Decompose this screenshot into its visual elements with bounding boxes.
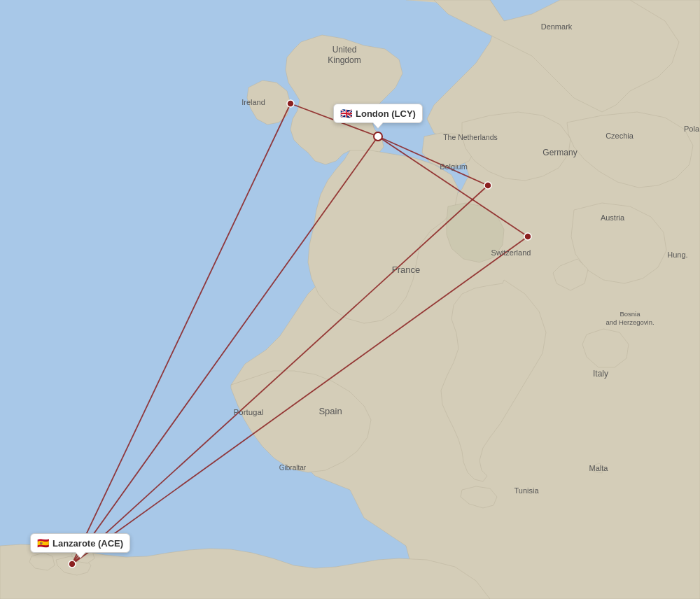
lanzarote-airport-text: Lanzarote (ACE)	[52, 538, 123, 549]
svg-text:Bosnia: Bosnia	[620, 310, 640, 318]
svg-text:United: United	[332, 45, 357, 55]
spain-flag-icon: 🇪🇸	[37, 537, 49, 549]
svg-point-11	[374, 132, 382, 141]
svg-text:Belgium: Belgium	[440, 162, 468, 171]
svg-text:Malta: Malta	[589, 464, 609, 472]
svg-point-9	[484, 182, 491, 189]
london-airport-label[interactable]: 🇬🇧 London (LCY)	[333, 104, 423, 123]
svg-text:France: France	[392, 265, 420, 275]
svg-text:Italy: Italy	[593, 369, 608, 379]
svg-point-12	[69, 561, 76, 568]
svg-text:and Herzegovin.: and Herzegovin.	[606, 318, 654, 326]
svg-text:Ireland: Ireland	[241, 98, 265, 106]
svg-text:Hung.: Hung.	[667, 251, 687, 259]
lanzarote-airport-label[interactable]: 🇪🇸 Lanzarote (ACE)	[30, 533, 130, 553]
svg-text:Switzerland: Switzerland	[491, 248, 531, 257]
map-svg: United Kingdom Ireland The Netherlands D…	[0, 0, 700, 599]
svg-text:Czechia: Czechia	[606, 132, 634, 140]
london-airport-text: London (LCY)	[356, 108, 416, 119]
svg-text:Austria: Austria	[601, 213, 625, 222]
svg-text:The Netherlands: The Netherlands	[443, 133, 498, 141]
svg-text:Portugal: Portugal	[234, 408, 264, 416]
svg-text:Germany: Germany	[542, 148, 577, 157]
svg-point-8	[287, 100, 294, 107]
map-container: United Kingdom Ireland The Netherlands D…	[0, 0, 700, 599]
svg-text:Spain: Spain	[318, 406, 342, 416]
uk-flag-icon: 🇬🇧	[340, 108, 352, 119]
svg-text:Denmark: Denmark	[541, 22, 573, 31]
svg-text:Kingdom: Kingdom	[328, 55, 360, 65]
svg-text:Tunisia: Tunisia	[514, 486, 539, 495]
svg-text:Pola: Pola	[684, 125, 700, 133]
svg-text:Gibraltar: Gibraltar	[279, 464, 307, 472]
svg-point-10	[524, 233, 531, 240]
